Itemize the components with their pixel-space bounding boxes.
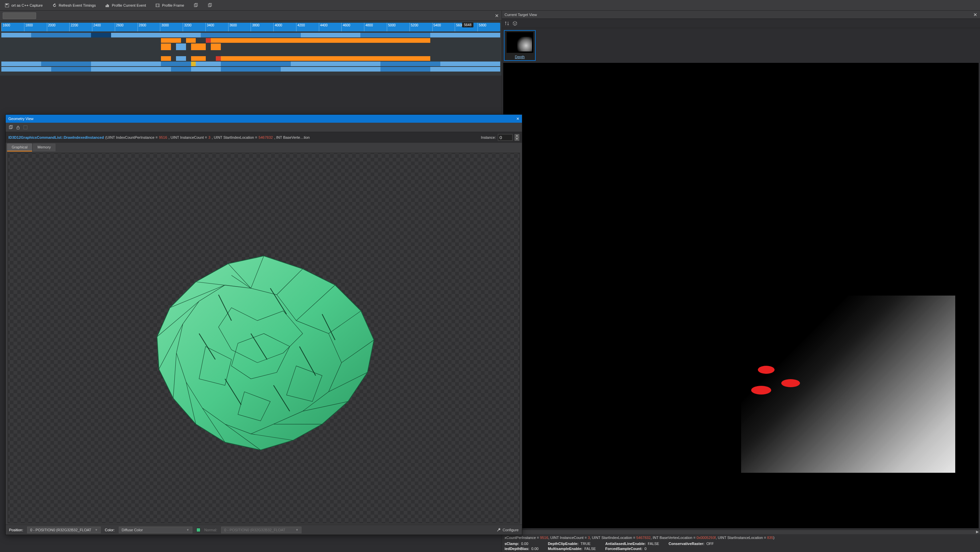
copy2-icon: [207, 3, 212, 8]
normal-label: Normal:: [204, 528, 218, 532]
tab-memory[interactable]: Memory: [33, 143, 56, 151]
color-dropdown[interactable]: Diffuse Color▼: [119, 527, 192, 533]
ruler-tick: 2600: [115, 23, 137, 32]
depth-scene: [741, 295, 955, 473]
timeline-track[interactable]: [2, 62, 500, 66]
svg-rect-3: [107, 4, 108, 7]
timeline-track[interactable]: [2, 67, 500, 71]
target-toolbar: [502, 19, 980, 28]
geometry-titlebar[interactable]: Geometry View ✕: [6, 115, 522, 123]
ruler-tick: 1600: [2, 23, 24, 32]
render-target-card[interactable]: Depth: [504, 30, 536, 61]
ruler-tick: 4800: [364, 23, 387, 32]
export-cpp-button[interactable]: ort as C++ Capture: [3, 2, 45, 9]
instance-input[interactable]: [498, 134, 512, 141]
timeline-track[interactable]: [2, 33, 500, 38]
instance-selector: Instance: ▲▼: [481, 134, 519, 141]
copy-icon-button[interactable]: [191, 2, 200, 9]
ruler-tick: 2400: [92, 23, 115, 32]
position-label: Position:: [9, 528, 23, 532]
ruler-tick: 3200: [183, 23, 205, 32]
color-label: Color:: [105, 528, 115, 532]
configure-button[interactable]: Configure: [496, 528, 519, 532]
copy2-icon-button[interactable]: [205, 2, 214, 9]
target-close-button[interactable]: ✕: [973, 12, 977, 17]
ruler-tick: 5800: [477, 23, 500, 32]
event-timeline[interactable]: 5648 16001800200022002400260028003000320…: [0, 21, 501, 76]
profile-frame-label: Profile Frame: [162, 3, 184, 7]
mesh-preview: [131, 249, 397, 456]
info-panel: xCountPerInstance = 9516, UINT InstanceC…: [502, 534, 980, 552]
disk-icon: [5, 3, 10, 8]
disabled-icon: [23, 125, 28, 130]
instance-spinner[interactable]: ▲▼: [515, 134, 519, 141]
render-viewport[interactable]: [503, 63, 978, 528]
tab-graphical[interactable]: Graphical: [7, 143, 32, 151]
svg-rect-14: [17, 127, 19, 129]
ruler-tick: 4000: [274, 23, 296, 32]
timeline-track[interactable]: [2, 38, 500, 43]
swap-icon[interactable]: [504, 21, 509, 26]
position-dropdown[interactable]: 0 - POSITION0 (R32G32B32_FLOAT▼: [27, 527, 101, 533]
ruler-tick: 5200: [409, 23, 432, 32]
normal-dropdown[interactable]: 0 - POSITION0 (R32G32B32_FLOAT▼: [221, 527, 301, 533]
ruler-tick: 3800: [251, 23, 274, 32]
timeline-cursor-value: 5648: [462, 22, 473, 27]
filter-dropdown[interactable]: [3, 13, 36, 19]
refresh-icon: [52, 3, 57, 8]
svg-rect-15: [24, 125, 27, 129]
wrench-icon: [496, 528, 501, 532]
refresh-timings-button[interactable]: Refresh Event Timings: [50, 2, 98, 9]
svg-rect-1: [6, 4, 8, 5]
target-view-header: Current Target View ✕: [502, 11, 980, 19]
geometry-title: Geometry View: [8, 117, 33, 121]
ruler-tick: 3000: [160, 23, 183, 32]
drawcall-name: ID3D12GraphicsCommandList::DrawIndexedIn…: [8, 135, 104, 140]
timeline-ruler[interactable]: 5648 16001800200022002400260028003000320…: [2, 23, 500, 32]
render-target-strip: Depth: [502, 28, 980, 63]
timeline-track[interactable]: [2, 43, 500, 50]
geometry-view-panel: Geometry View ✕ ID3D12GraphicsCommandLis…: [5, 114, 522, 535]
raster-state-grid: sClamp:0.00 iedDepthBias:0.00 DepthClipE…: [504, 542, 977, 550]
color-swatch: [196, 528, 200, 532]
timeline-track[interactable]: [2, 56, 500, 61]
ruler-tick: 1800: [24, 23, 47, 32]
mesh-viewport[interactable]: [8, 153, 520, 523]
main-toolbar: ort as C++ Capture Refresh Event Timings…: [0, 0, 980, 11]
geometry-close-button[interactable]: ✕: [516, 117, 519, 121]
geometry-tabs: Graphical Memory: [6, 143, 522, 151]
copy-icon[interactable]: [8, 125, 13, 130]
geometry-footer: Position: 0 - POSITION0 (R32G32B32_FLOAT…: [6, 525, 522, 535]
draw-call-statement: ID3D12GraphicsCommandList::DrawIndexedIn…: [6, 132, 522, 143]
configure-label: Configure: [503, 528, 519, 532]
profile-current-button[interactable]: Profile Current Event: [103, 2, 148, 9]
lock-icon[interactable]: [16, 125, 21, 130]
ruler-tick: 3400: [205, 23, 228, 32]
highlight-marker: [751, 386, 771, 395]
svg-rect-4: [108, 5, 109, 7]
right-column: Current Target View ✕ Depth xCountPerIns…: [501, 11, 980, 552]
ruler-tick: 4200: [296, 23, 319, 32]
target-view-title: Current Target View: [504, 13, 537, 17]
ruler-tick: 2800: [137, 23, 160, 32]
ruler-tick: 4400: [319, 23, 342, 32]
highlight-marker: [758, 366, 775, 374]
ruler-tick: 4600: [341, 23, 364, 32]
copy-icon: [193, 3, 198, 8]
timeline-close-button[interactable]: ✕: [495, 13, 499, 18]
timeline-subbar: ✕: [0, 11, 501, 21]
profile-frame-button[interactable]: Profile Frame: [153, 2, 186, 9]
profile-current-label: Profile Current Event: [112, 3, 146, 7]
info-statement: xCountPerInstance = 9516, UINT InstanceC…: [504, 536, 977, 539]
ruler-tick: 3600: [228, 23, 251, 32]
ruler-tick: 5400: [432, 23, 455, 32]
bars-icon: [105, 3, 110, 8]
depth-thumbnail: [507, 32, 533, 53]
highlight-marker: [781, 379, 800, 387]
horizontal-scrollbar[interactable]: [502, 530, 980, 534]
refresh-label: Refresh Event Timings: [59, 3, 96, 7]
depth-label[interactable]: Depth: [515, 55, 525, 59]
svg-rect-5: [156, 4, 160, 7]
svg-rect-2: [106, 5, 107, 7]
cube-icon[interactable]: [512, 21, 517, 26]
